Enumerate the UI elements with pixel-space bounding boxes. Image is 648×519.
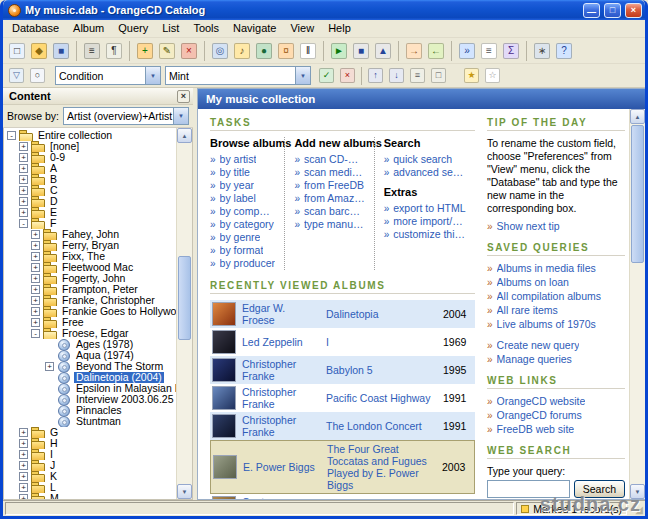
- edit-album-icon[interactable]: ✎: [157, 41, 177, 61]
- menu-item[interactable]: List: [155, 20, 186, 37]
- show-next-tip-link[interactable]: » Show next tip: [487, 220, 625, 232]
- task-link[interactable]: » by category: [210, 218, 275, 230]
- task-link[interactable]: » by artist: [210, 153, 275, 165]
- expander-icon[interactable]: [31, 329, 40, 338]
- tree-item[interactable]: M: [4, 493, 176, 499]
- scroll-up-icon[interactable]: ▲: [630, 109, 645, 124]
- album-artist-link[interactable]: Edgar W. Froese: [242, 300, 322, 328]
- add-album-icon[interactable]: +: [135, 41, 155, 61]
- task-link[interactable]: » from FreeDB: [294, 179, 364, 191]
- album-title-link[interactable]: Pacific Coast Highway: [322, 390, 443, 406]
- web-link[interactable]: » OrangeCD forums: [487, 409, 625, 421]
- return-album-icon[interactable]: ←: [426, 41, 446, 61]
- expander-icon[interactable]: [31, 307, 40, 316]
- task-link[interactable]: » customize this page: [384, 228, 466, 240]
- export-html-icon[interactable]: »: [457, 41, 477, 61]
- tree-item[interactable]: F: [4, 218, 176, 229]
- sort-ascending-icon[interactable]: ↑: [366, 67, 385, 85]
- saved-query-link[interactable]: » Albums in media files: [487, 262, 625, 274]
- lend-album-icon[interactable]: →: [404, 41, 424, 61]
- album-title-link[interactable]: Babylon 5: [322, 362, 443, 378]
- expander-icon[interactable]: [19, 472, 28, 481]
- expander-icon[interactable]: [7, 131, 16, 140]
- album-artist-link[interactable]: Christopher Franke: [242, 384, 322, 412]
- chevron-down-icon[interactable]: ▼: [145, 67, 160, 84]
- tree-item[interactable]: L: [4, 482, 176, 493]
- filter-value-combo[interactable]: Mint ▼: [165, 66, 311, 85]
- freedb-icon[interactable]: ●: [254, 41, 274, 61]
- maximize-button[interactable]: □: [604, 3, 621, 18]
- scroll-up-icon[interactable]: ▲: [177, 128, 192, 143]
- expander-icon[interactable]: [31, 252, 40, 261]
- tree-item[interactable]: Fahey, John: [4, 229, 176, 240]
- saved-query-link[interactable]: » Albums on loan: [487, 276, 625, 288]
- close-icon[interactable]: ×: [177, 90, 190, 103]
- chevron-down-icon[interactable]: ▼: [173, 108, 188, 124]
- play-icon[interactable]: ►: [329, 41, 349, 61]
- task-link[interactable]: » by format: [210, 244, 275, 256]
- tree-item[interactable]: Aqua (1974): [4, 350, 176, 361]
- tree-item[interactable]: Froese, Edgar: [4, 328, 176, 339]
- expander-icon[interactable]: [19, 439, 28, 448]
- task-link[interactable]: » scan barcode: [294, 205, 364, 217]
- expander-icon[interactable]: [19, 483, 28, 492]
- album-row[interactable]: Christopher Franke The London Concert 19…: [210, 412, 475, 440]
- eject-icon[interactable]: ▲: [373, 41, 393, 61]
- album-artist-link[interactable]: E. Power Biggs: [243, 459, 323, 475]
- tree-scrollbar[interactable]: ▲ ▼: [176, 128, 192, 499]
- scan-barcode-icon[interactable]: ‖: [298, 41, 318, 61]
- expander-icon[interactable]: [19, 186, 28, 195]
- task-link[interactable]: » by composer: [210, 205, 275, 217]
- task-link[interactable]: » scan media files: [294, 166, 364, 178]
- task-link[interactable]: » by genre: [210, 231, 275, 243]
- menu-item[interactable]: Album: [66, 20, 111, 37]
- browse-by-select[interactable]: Artist (overview)+Artist ▼: [63, 107, 189, 125]
- saved-query-link[interactable]: » Live albums of 1970s: [487, 318, 625, 330]
- task-link[interactable]: » advanced search: [384, 166, 466, 178]
- expander-icon[interactable]: [19, 153, 28, 162]
- menu-item[interactable]: Query: [111, 20, 155, 37]
- web-link[interactable]: » OrangeCD website: [487, 395, 625, 407]
- scrollbar-thumb[interactable]: [178, 256, 191, 340]
- new-database-icon[interactable]: □: [7, 41, 27, 61]
- scan-media-files-icon[interactable]: ♪: [232, 41, 252, 61]
- preferences-icon[interactable]: ∗: [532, 41, 552, 61]
- statistics-icon[interactable]: Σ: [501, 41, 521, 61]
- tree-item[interactable]: E: [4, 207, 176, 218]
- task-link[interactable]: » by title: [210, 166, 275, 178]
- tree-item[interactable]: Fixx, The: [4, 251, 176, 262]
- filter-field-combo[interactable]: Condition ▼: [55, 66, 161, 85]
- tree-item[interactable]: J: [4, 460, 176, 471]
- expander-icon[interactable]: [19, 461, 28, 470]
- save-database-icon[interactable]: ■: [51, 41, 71, 61]
- menu-item[interactable]: Help: [321, 20, 358, 37]
- tree-item[interactable]: H: [4, 438, 176, 449]
- album-title-link[interactable]: The Four Great Toccatas and Fugues Playe…: [323, 441, 442, 493]
- view-thumbnails-icon[interactable]: □: [429, 67, 448, 85]
- menu-item[interactable]: View: [283, 20, 321, 37]
- scrollbar-thumb[interactable]: [631, 125, 644, 263]
- tree-item[interactable]: I: [4, 449, 176, 460]
- stop-icon[interactable]: ■: [351, 41, 371, 61]
- filter-icon[interactable]: ▽: [7, 67, 26, 85]
- web-link[interactable]: » FreeDB web site: [487, 423, 625, 435]
- mark-record-icon[interactable]: ★: [462, 67, 481, 85]
- find-icon[interactable]: ○: [28, 67, 47, 85]
- album-artist-link[interactable]: Led Zeppelin: [242, 334, 322, 350]
- tree-item[interactable]: Dalinetopia (2004): [4, 372, 176, 383]
- album-title-link[interactable]: The London Concert: [322, 418, 443, 434]
- group-by-icon[interactable]: ≡: [408, 67, 427, 85]
- saved-query-link[interactable]: » All compilation albums: [487, 290, 625, 302]
- tree-item[interactable]: Fleetwood Mac: [4, 262, 176, 273]
- expander-icon[interactable]: [31, 285, 40, 294]
- expander-icon[interactable]: [31, 296, 40, 305]
- scroll-down-icon[interactable]: ▼: [177, 484, 192, 499]
- album-row[interactable]: Christopher Franke Babylon 5 1995: [210, 356, 475, 384]
- expander-icon[interactable]: [19, 197, 28, 206]
- tree-item[interactable]: Interview 2003.06.25 (2003): [4, 394, 176, 405]
- tree-item[interactable]: [none]: [4, 141, 176, 152]
- amazon-icon[interactable]: ¤: [276, 41, 296, 61]
- task-link[interactable]: » type manually: [294, 218, 364, 230]
- tree-item[interactable]: B: [4, 174, 176, 185]
- sort-descending-icon[interactable]: ↓: [387, 67, 406, 85]
